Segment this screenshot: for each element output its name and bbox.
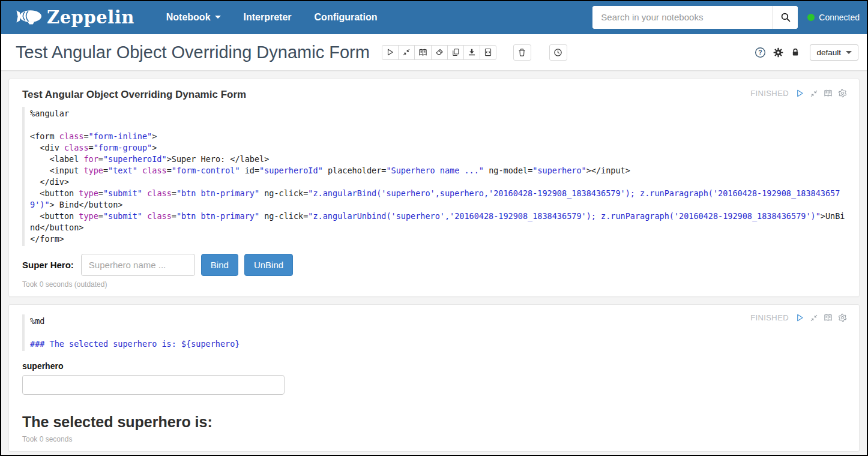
export-note-button[interactable] (463, 45, 480, 60)
connection-status: Connected (807, 13, 860, 22)
paragraph-settings-button[interactable] (838, 89, 847, 98)
top-navbar: Zeppelin Notebook Interpreter Configurat… (0, 0, 868, 34)
nav-configuration[interactable]: Configuration (303, 0, 389, 34)
compress-icon (810, 314, 818, 322)
main-nav: Notebook Interpreter Configuration (155, 0, 389, 34)
download-icon (468, 48, 476, 56)
book-icon (824, 89, 833, 98)
execution-time: Took 0 seconds (22, 435, 847, 443)
play-icon (795, 313, 804, 322)
brand-name: Zeppelin (47, 7, 134, 28)
code-editor[interactable]: %angular <form class="form-inline"> <div… (22, 107, 847, 246)
compress-icon (402, 48, 411, 56)
trash-icon (517, 48, 526, 57)
paragraph-angular-form: FINISHED Test Angular Object Overriding … (8, 79, 860, 297)
bind-button[interactable]: Bind (201, 254, 238, 276)
book-icon (418, 48, 427, 57)
angular-form-output: Super Hero: Bind UnBind (22, 254, 847, 276)
permissions-button[interactable] (791, 47, 800, 57)
run-paragraph-button[interactable] (795, 313, 804, 322)
note-bar-right-controls: default (755, 44, 858, 61)
lock-icon (791, 47, 800, 57)
show-editor-button[interactable] (824, 89, 833, 98)
dynamic-form-label: superhero (22, 361, 847, 371)
compress-icon (810, 89, 818, 98)
zeppelin-brand[interactable]: Zeppelin (16, 7, 134, 28)
run-all-paragraphs-button[interactable] (382, 45, 399, 60)
markdown-output-heading: The selected superhero is: (22, 413, 847, 431)
note-toolbar (382, 44, 567, 61)
paragraph-settings-button[interactable] (838, 313, 847, 322)
run-paragraph-button[interactable] (795, 89, 804, 98)
note-title[interactable]: Test Angular Object Overriding Dynamic F… (16, 43, 370, 62)
zeppelin-blimp-icon (16, 8, 42, 26)
note-toolbar-group (382, 45, 496, 60)
view-mode-select[interactable]: default (810, 44, 858, 61)
clear-output-button[interactable] (431, 45, 448, 60)
search-input[interactable] (592, 6, 773, 29)
note-action-bar: Test Angular Object Overriding Dynamic F… (0, 34, 868, 71)
status-badge: FINISHED (750, 89, 789, 98)
note-settings-button[interactable] (773, 47, 783, 58)
show-hide-code-button[interactable] (414, 45, 432, 60)
caret-down-icon (846, 51, 852, 54)
collapse-expand-button[interactable] (398, 45, 415, 60)
gear-outline-icon (838, 313, 847, 322)
caret-down-icon (215, 16, 221, 19)
gear-icon (773, 47, 783, 58)
execution-time: Took 0 seconds (outdated) (22, 280, 847, 289)
code-file-icon (484, 48, 492, 56)
question-circle-icon (755, 47, 766, 58)
clone-icon (451, 48, 460, 56)
unbind-button[interactable]: UnBind (244, 254, 293, 276)
play-icon (795, 89, 804, 98)
superhero-input[interactable] (81, 254, 195, 276)
search-button[interactable] (773, 6, 798, 29)
code-editor[interactable]: %md ### The selected superhero is: ${sup… (22, 314, 847, 351)
connected-dot-icon (807, 14, 815, 21)
eraser-icon (435, 48, 444, 56)
superhero-dynamic-input[interactable] (22, 375, 285, 395)
connection-label: Connected (819, 13, 860, 22)
scheduler-button[interactable] (549, 44, 567, 61)
help-button[interactable] (755, 47, 766, 58)
book-icon (824, 313, 833, 322)
trash-note-button[interactable] (513, 44, 531, 61)
collapse-paragraph-button[interactable] (810, 89, 818, 98)
paragraph-controls: FINISHED (750, 89, 847, 98)
superhero-label: Super Hero: (22, 260, 74, 270)
clock-icon (553, 48, 562, 57)
search-icon (780, 12, 791, 23)
note-content: FINISHED Test Angular Object Overriding … (0, 71, 868, 456)
notebook-search (592, 6, 798, 29)
play-icon (386, 48, 394, 56)
clone-note-button[interactable] (447, 45, 464, 60)
nav-notebook[interactable]: Notebook (155, 0, 232, 34)
collapse-paragraph-button[interactable] (810, 314, 818, 322)
gear-outline-icon (838, 89, 847, 98)
paragraph-title: Test Angular Object Overriding Dynamic F… (22, 86, 847, 101)
paragraph-markdown: FINISHED %md ### The selected superhero … (8, 304, 860, 452)
show-editor-button[interactable] (824, 313, 833, 322)
paragraph-controls: FINISHED (750, 313, 847, 322)
nav-interpreter[interactable]: Interpreter (232, 0, 303, 34)
status-badge: FINISHED (750, 313, 789, 322)
export-code-button[interactable] (480, 45, 496, 60)
